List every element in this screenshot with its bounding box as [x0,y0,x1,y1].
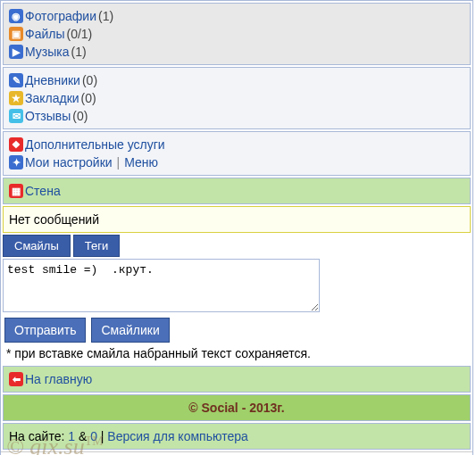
media-section: ◉ Фотографии (1) ▣ Файлы (0/1) ▶ Музыка … [3,3,471,65]
review-icon: ✉ [9,109,23,123]
settings-section: ❖ Дополнительные услуги ✦ Мои настройки … [3,131,471,176]
services-icon: ❖ [9,137,23,152]
wall-icon: ▦ [9,184,23,198]
bookmarks-count: (0) [81,89,96,107]
tab-smiles[interactable]: Смайлы [3,235,71,257]
music-count: (1) [71,43,87,61]
engine-credit: © DCMS-Social [1,451,472,455]
files-count: (0/1) [66,25,92,43]
pc-version-link[interactable]: Версия для компьютера [107,429,247,443]
diary-icon: ✎ [9,73,23,87]
reviews-count: (0) [72,107,88,125]
nav-extra-services[interactable]: ❖ Дополнительные услуги [9,136,464,153]
compose-tabs: Смайлы Теги [3,235,471,257]
nav-files[interactable]: ▣ Файлы (0/1) [9,25,464,43]
nav-photos[interactable]: ◉ Фотографии (1) [9,7,464,25]
extra-services-link[interactable]: Дополнительные услуги [25,136,165,153]
wall-header: ▦ Стена [3,178,471,204]
sep2: | [97,429,107,443]
file-icon: ▣ [9,27,23,41]
online-count-0[interactable]: 0 [90,429,97,443]
music-icon: ▶ [9,45,23,59]
copyright-text: © Social - 2013г. [188,401,284,415]
nav-settings-row: ✦ Мои настройки | Меню [9,153,464,171]
home-icon: ⬅ [9,372,23,386]
photos-count: (1) [98,7,113,25]
button-row: Отправить Смайлики [4,318,469,343]
amp: & [75,429,90,443]
diaries-link[interactable]: Дневники [25,71,80,89]
diaries-count: (0) [82,71,97,89]
nav-music[interactable]: ▶ Музыка (1) [9,43,464,61]
menu-link[interactable]: Меню [124,153,158,171]
settings-icon: ✦ [9,155,23,170]
bookmarks-link[interactable]: Закладки [25,89,79,107]
online-count-1[interactable]: 1 [68,429,75,443]
wall-empty-msg: Нет сообщений [3,206,471,233]
nav-diaries[interactable]: ✎ Дневники (0) [9,71,464,89]
message-textarea[interactable] [3,259,320,312]
home-section: ⬅ На главную [3,366,471,393]
wall-title[interactable]: Стена [25,182,61,200]
nav-bookmarks[interactable]: ★ Закладки (0) [9,89,464,107]
tab-tags[interactable]: Теги [73,235,120,257]
hint-text: * при вставке смайла набранный текст сох… [6,346,467,360]
smilies-button[interactable]: Смайлики [91,318,169,343]
footer-bar: На сайте: 1 & 0 | Версия для компьютера [3,423,471,450]
bookmark-icon: ★ [9,91,23,105]
home-link[interactable]: На главную [25,370,92,388]
my-settings-link[interactable]: Мои настройки [25,153,113,171]
music-link[interactable]: Музыка [25,43,70,61]
photo-icon: ◉ [9,9,23,23]
reviews-link[interactable]: Отзывы [25,107,71,125]
separator: | [117,153,121,171]
onsite-label: На сайте: [9,429,68,443]
files-link[interactable]: Файлы [25,25,64,43]
activity-section: ✎ Дневники (0) ★ Закладки (0) ✉ Отзывы (… [3,67,471,129]
nav-reviews[interactable]: ✉ Отзывы (0) [9,107,464,125]
app-frame: ◉ Фотографии (1) ▣ Файлы (0/1) ▶ Музыка … [0,0,473,455]
photos-link[interactable]: Фотографии [25,7,96,25]
copyright-bar: © Social - 2013г. [3,394,471,421]
send-button[interactable]: Отправить [4,318,86,343]
no-messages-text: Нет сообщений [9,212,99,227]
